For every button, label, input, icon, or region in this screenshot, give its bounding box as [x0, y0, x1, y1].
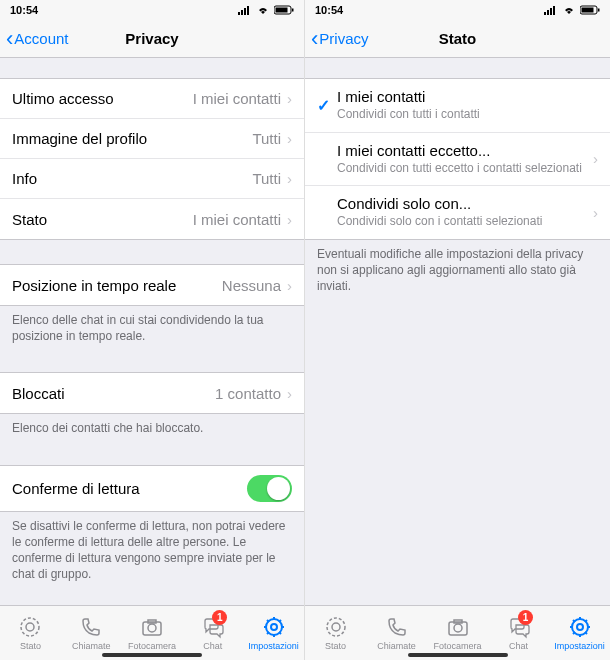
status-bar: 10:54: [0, 0, 304, 20]
svg-rect-2: [244, 8, 246, 15]
status-time: 10:54: [10, 4, 38, 16]
gear-icon: [262, 615, 286, 639]
svg-line-40: [573, 620, 575, 622]
svg-rect-22: [544, 12, 546, 15]
tab-bar: Stato Chiamate Fotocamera Chat 1 Imposta…: [305, 605, 610, 660]
signal-icon: [238, 5, 252, 15]
home-indicator[interactable]: [408, 653, 508, 657]
phone-stato: 10:54 ‹ Privacy Stato ✓ I miei contatti …: [305, 0, 610, 660]
svg-line-41: [585, 632, 587, 634]
chevron-right-icon: ›: [287, 211, 292, 228]
tab-bar: Stato Chiamate Fotocamera Chat 1 Imposta…: [0, 605, 304, 660]
footer-read-receipts: Se disattivi le conferme di lettura, non…: [0, 512, 304, 587]
chevron-right-icon: ›: [287, 385, 292, 402]
footer-status: Eventuali modifiche alle impostazioni de…: [305, 240, 610, 299]
tab-fotocamera[interactable]: Fotocamera: [122, 606, 183, 660]
home-indicator[interactable]: [102, 653, 202, 657]
footer-blocked: Elenco dei contatti che hai bloccato.: [0, 414, 304, 440]
read-receipts-toggle[interactable]: [247, 475, 292, 502]
tab-stato[interactable]: Stato: [0, 606, 61, 660]
wifi-icon: [256, 5, 270, 15]
status-bar: 10:54: [305, 0, 610, 20]
wifi-icon: [562, 5, 576, 15]
svg-rect-6: [292, 9, 294, 12]
scroll-area[interactable]: Ultimo accesso I miei contatti › Immagin…: [0, 58, 304, 605]
chevron-right-icon: ›: [593, 150, 598, 167]
phone-privacy: 10:54 ‹ Account Privacy Ultimo accesso I…: [0, 0, 305, 660]
option-my-contacts[interactable]: ✓ I miei contatti Condividi con tutti i …: [305, 79, 610, 133]
chat-badge: 1: [518, 610, 533, 625]
tab-fotocamera[interactable]: Fotocamera: [427, 606, 488, 660]
status-right: [238, 5, 294, 15]
svg-rect-25: [553, 6, 555, 15]
chat-badge: 1: [212, 610, 227, 625]
svg-point-13: [271, 624, 277, 630]
row-live-location[interactable]: Posizione in tempo reale Nessuna ›: [0, 265, 304, 305]
svg-point-10: [148, 624, 156, 632]
battery-icon: [274, 5, 294, 15]
group-read-receipts: Conferme di lettura: [0, 465, 304, 512]
svg-rect-1: [241, 10, 243, 15]
tab-chat[interactable]: Chat 1: [182, 606, 243, 660]
svg-line-19: [279, 632, 281, 634]
group-status-options: ✓ I miei contatti Condividi con tutti i …: [305, 78, 610, 240]
tab-impostazioni[interactable]: Impostazioni: [243, 606, 304, 660]
row-profile-photo[interactable]: Immagine del profilo Tutti ›: [0, 119, 304, 159]
nav-bar: ‹ Privacy Stato: [305, 20, 610, 58]
status-icon: [324, 615, 348, 639]
chevron-left-icon: ‹: [6, 28, 13, 50]
group-live-location: Posizione in tempo reale Nessuna ›: [0, 264, 304, 306]
phone-icon: [79, 615, 103, 639]
svg-point-35: [577, 624, 583, 630]
option-contacts-except[interactable]: I miei contatti eccetto... Condividi con…: [305, 133, 610, 187]
row-blocked[interactable]: Bloccati 1 contatto ›: [0, 373, 304, 413]
option-share-only-with[interactable]: Condividi solo con... Condividi solo con…: [305, 186, 610, 239]
svg-rect-28: [598, 9, 600, 12]
camera-icon: [140, 615, 164, 639]
group-who-sees: Ultimo accesso I miei contatti › Immagin…: [0, 78, 304, 240]
chevron-right-icon: ›: [287, 170, 292, 187]
svg-rect-3: [247, 6, 249, 15]
svg-rect-27: [582, 8, 594, 13]
row-status[interactable]: Stato I miei contatti ›: [0, 199, 304, 239]
tab-chiamate[interactable]: Chiamate: [366, 606, 427, 660]
back-label: Account: [14, 30, 68, 47]
svg-point-7: [21, 618, 39, 636]
chevron-left-icon: ‹: [311, 28, 318, 50]
group-blocked: Bloccati 1 contatto ›: [0, 372, 304, 414]
nav-bar: ‹ Account Privacy: [0, 20, 304, 58]
chevron-right-icon: ›: [287, 90, 292, 107]
footer-live-location: Elenco delle chat in cui stai condividen…: [0, 306, 304, 348]
chevron-right-icon: ›: [287, 277, 292, 294]
chevron-right-icon: ›: [287, 130, 292, 147]
svg-point-8: [26, 623, 34, 631]
row-info[interactable]: Info Tutti ›: [0, 159, 304, 199]
back-button[interactable]: ‹ Privacy: [305, 28, 369, 50]
back-button[interactable]: ‹ Account: [0, 28, 69, 50]
tab-chat[interactable]: Chat 1: [488, 606, 549, 660]
chevron-right-icon: ›: [593, 204, 598, 221]
svg-point-30: [332, 623, 340, 631]
status-icon: [18, 615, 42, 639]
status-right: [544, 5, 600, 15]
svg-line-43: [585, 620, 587, 622]
signal-icon: [544, 5, 558, 15]
svg-point-29: [327, 618, 345, 636]
svg-rect-5: [276, 8, 288, 13]
tab-chiamate[interactable]: Chiamate: [61, 606, 122, 660]
svg-line-20: [267, 632, 269, 634]
svg-rect-0: [238, 12, 240, 15]
scroll-area[interactable]: ✓ I miei contatti Condividi con tutti i …: [305, 58, 610, 605]
phone-icon: [385, 615, 409, 639]
gear-icon: [568, 615, 592, 639]
svg-rect-23: [547, 10, 549, 15]
tab-impostazioni[interactable]: Impostazioni: [549, 606, 610, 660]
svg-line-18: [267, 620, 269, 622]
svg-line-42: [573, 632, 575, 634]
camera-icon: [446, 615, 470, 639]
row-last-seen[interactable]: Ultimo accesso I miei contatti ›: [0, 79, 304, 119]
status-time: 10:54: [315, 4, 343, 16]
row-read-receipts: Conferme di lettura: [0, 466, 304, 511]
tab-stato[interactable]: Stato: [305, 606, 366, 660]
back-label: Privacy: [319, 30, 368, 47]
